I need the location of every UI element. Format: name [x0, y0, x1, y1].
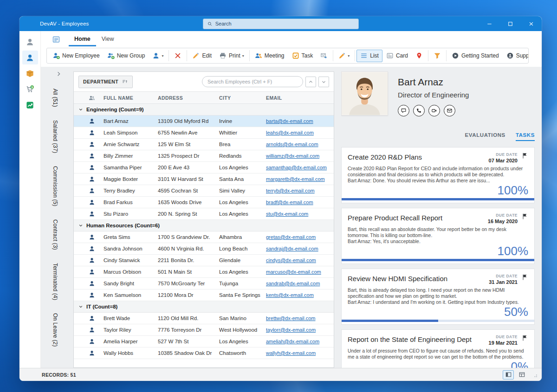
employee-email-link[interactable]: margaretb@dx-email.com: [266, 176, 325, 182]
employee-search-input[interactable]: [207, 79, 298, 84]
employee-row[interactable]: Taylor Riley7776 Torreyson DrWest Hollyw…: [74, 324, 334, 336]
detail-tab-tasks[interactable]: TASKS: [516, 132, 535, 141]
employee-search-box[interactable]: [202, 76, 303, 87]
filter-tab-terminated[interactable]: Terminated (4): [52, 263, 58, 300]
employee-row[interactable]: Billy Zimmer1325 Prospect DrRedlandswill…: [74, 150, 334, 162]
toolbar-button-task[interactable]: Task: [288, 50, 317, 62]
employee-email-link[interactable]: barta@dx-email.com: [266, 118, 313, 124]
employee-row[interactable]: Arnie Schwartz125 W Elm StBreaarnolds@dx…: [74, 139, 334, 150]
toolbar-button-print[interactable]: Print▾: [215, 50, 248, 62]
toolbar-button-new-group[interactable]: New Group: [104, 50, 149, 62]
toolbar-button-support[interactable]: Support: [503, 50, 529, 62]
sidebar-item-products[interactable]: [22, 66, 38, 80]
employee-email-link[interactable]: sandrab@dx-email.com: [266, 281, 320, 286]
employee-row[interactable]: Samantha Piper200 E Ave 43Los Angelessam…: [74, 162, 334, 174]
employee-row[interactable]: Greta Sims1700 S Grandview Dr.Alhambragr…: [74, 231, 334, 243]
employee-row[interactable]: Terry Bradley4595 Cochran StSimi Valleyt…: [74, 185, 334, 197]
employee-row[interactable]: Sandra Johnson4600 N Virginia Rd.Long Be…: [74, 243, 334, 255]
toolbar-button-view-map[interactable]: [412, 50, 427, 62]
employee-row[interactable]: Leah Simpson6755 Newlin AveWhittierleahs…: [74, 127, 334, 139]
column-header-address[interactable]: ADDRESS: [154, 95, 215, 101]
filter-tab-all[interactable]: All (51): [52, 89, 58, 107]
department-group-button[interactable]: DEPARTMENT: [78, 76, 133, 88]
video-button[interactable]: [428, 105, 440, 116]
employee-email-link[interactable]: taylorr@dx-email.com: [266, 327, 316, 333]
layout-card-view-button[interactable]: [516, 370, 527, 379]
group-row[interactable]: IT (Count=8): [74, 301, 334, 313]
employee-email-link[interactable]: marcuso@dx-email.com: [266, 269, 321, 275]
toolbar-button-edit[interactable]: Edit: [188, 50, 215, 62]
toolbar-button-employee-actions[interactable]: ▾: [149, 50, 167, 62]
task-card[interactable]: Review New HDMI SpecificationDUE DATE31 …: [341, 269, 535, 325]
employee-row[interactable]: Stu Pizaro200 N. Spring StLos Angelesstu…: [74, 208, 334, 220]
column-header-city[interactable]: CITY: [215, 95, 262, 101]
employee-email-link[interactable]: arnolds@dx-email.com: [266, 141, 318, 147]
employee-row[interactable]: Cindy Stanwick2211 Bonita Dr.Glendalecin…: [74, 255, 334, 266]
titlebar[interactable]: DevAV - Employees: [19, 16, 542, 31]
employee-row[interactable]: Maggie Boxter3101 W Harvard StSanta Anam…: [74, 174, 334, 185]
employee-email-link[interactable]: ameliah@dx-email.com: [266, 339, 319, 344]
sidebar-item-sales[interactable]: $: [22, 82, 38, 96]
toolbar-button-view-card[interactable]: Card: [382, 50, 412, 62]
toolbar-button-delete[interactable]: [170, 50, 185, 62]
employee-email-link[interactable]: sandraj@dx-email.com: [266, 246, 318, 251]
employee-row[interactable]: Amelia Harper527 W 7th StLos Angelesamel…: [74, 336, 334, 347]
detail-tab-evaluations[interactable]: EVALUATIONS: [465, 132, 505, 141]
employee-row[interactable]: Marcus Orbison501 N Main StLos Angelesma…: [74, 266, 334, 278]
toolbar-button-view-list[interactable]: List: [356, 50, 382, 62]
filter-tab-salaried[interactable]: Salaried (37): [52, 120, 58, 153]
task-card[interactable]: Create 2020 R&D PlansDUE DATE07 Mar 2020…: [341, 147, 535, 203]
employee-row[interactable]: Wally Hobbs10385 Shadow Oak DrChatsworth…: [74, 347, 334, 359]
employee-row[interactable]: Ken Samuelson12100 Mora DrSanta Fe Sprin…: [74, 289, 334, 301]
toolbar-button-filter[interactable]: [430, 50, 445, 62]
task-card[interactable]: Prepare Product Recall ReportDUE DATE16 …: [341, 208, 535, 264]
layout-list-view-button[interactable]: [503, 370, 514, 379]
employee-email-link[interactable]: cindys@dx-email.com: [266, 257, 316, 263]
filter-tab-commission[interactable]: Commission (5): [52, 166, 58, 206]
employee-row[interactable]: Sandy Bright7570 McGroarty TerTujungasan…: [74, 278, 334, 289]
sidebar-item-employees[interactable]: [22, 51, 38, 64]
filter-tab-contract[interactable]: Contract (3): [52, 219, 58, 250]
filter-tab-on[interactable]: On Leave (2): [52, 313, 58, 347]
toolbar-button-new-employee[interactable]: New Employee: [49, 50, 104, 62]
employee-email-link[interactable]: williamz@dx-email.com: [266, 153, 319, 159]
employee-email-link[interactable]: leahs@dx-email.com: [266, 130, 314, 135]
sidebar-item-contacts[interactable]: [22, 35, 38, 49]
employee-row[interactable]: Bart Arnaz13109 Old Myford RdIrvinebarta…: [74, 116, 334, 127]
close-button[interactable]: [521, 16, 542, 31]
ribbon-tab-view[interactable]: View: [96, 32, 120, 46]
resize-grip[interactable]: [531, 372, 538, 378]
employee-email-link[interactable]: samanthap@dx-email.com: [266, 165, 327, 170]
employee-email-link[interactable]: gretas@dx-email.com: [266, 234, 316, 240]
employee-email-link[interactable]: bradf@dx-email.com: [266, 199, 313, 205]
toolbar-button-mail-merge[interactable]: [317, 50, 331, 62]
employee-email-link[interactable]: terryb@dx-email.com: [266, 188, 315, 193]
employee-email-link[interactable]: kents@dx-email.com: [266, 292, 314, 298]
group-row[interactable]: Engineering (Count=9): [74, 104, 334, 116]
mail-button[interactable]: [444, 105, 455, 116]
toolbar-button-edit-note[interactable]: ▾: [335, 50, 353, 62]
phone-button[interactable]: [413, 105, 425, 116]
expand-strip-button[interactable]: [55, 71, 62, 77]
column-header-full-name[interactable]: FULL NAME: [100, 95, 154, 101]
search-next-button[interactable]: [318, 77, 329, 87]
app-menu-button[interactable]: [52, 35, 60, 44]
maximize-button[interactable]: [500, 16, 521, 31]
minimize-button[interactable]: [479, 16, 500, 31]
toolbar-button-getting-started[interactable]: Getting Started: [448, 50, 503, 62]
titlebar-search[interactable]: [203, 19, 359, 29]
employee-row[interactable]: Brad Farkus1635 Woods DriveLos Angelesbr…: [74, 197, 334, 208]
employee-row[interactable]: Brett Wade1120 Old Mill Rd.San Marinobre…: [74, 313, 334, 324]
titlebar-search-input[interactable]: [215, 21, 355, 26]
toolbar-button-meeting[interactable]: Meeting: [251, 50, 288, 62]
employee-email-link[interactable]: wallyh@dx-email.com: [266, 350, 316, 356]
search-previous-button[interactable]: [305, 77, 316, 87]
group-row[interactable]: Human Resources (Count=6): [74, 220, 334, 231]
employee-email-link[interactable]: brettw@dx-email.com: [266, 315, 316, 321]
sidebar-item-reports[interactable]: [22, 98, 38, 112]
chat-button[interactable]: [398, 105, 409, 116]
ribbon-tab-home[interactable]: Home: [69, 32, 96, 46]
column-header-email[interactable]: EMAIL: [262, 95, 334, 101]
employee-email-link[interactable]: stu@dx-email.com: [266, 211, 308, 217]
task-card[interactable]: Report on the State of Engineering DeptD…: [341, 329, 535, 368]
